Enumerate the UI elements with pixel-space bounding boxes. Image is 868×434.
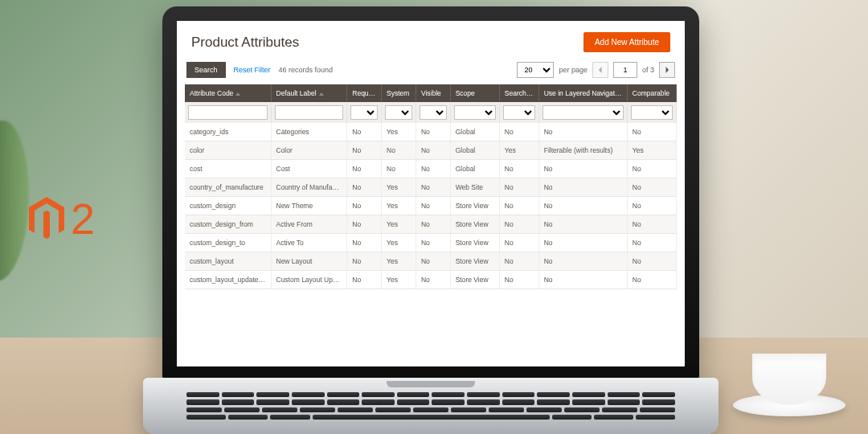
table-row[interactable]: costCostNoNoNoGlobalNoNoNo [185,160,677,178]
cell-layered: No [538,160,627,178]
cell-scope: Store View [450,271,499,289]
cell-comparable: No [627,160,676,178]
page-number-input[interactable] [613,62,637,78]
cell-required: No [347,197,382,215]
cell-scope: Store View [450,197,499,215]
cell-searchable: No [499,215,538,234]
cell-layered: No [538,252,627,271]
cell-comparable: No [627,197,676,215]
table-row[interactable]: category_idsCategoriesNoYesNoGlobalNoNoN… [185,123,677,141]
attributes-grid: Attribute Code Default Label Required Sy… [185,84,677,289]
cell-system: Yes [382,215,416,234]
per-page-select[interactable]: 20 [517,62,554,78]
sort-icon [235,92,240,96]
cell-visible: No [416,160,450,178]
coffee-cup [733,348,845,416]
col-header-searchable[interactable]: Searchable [499,84,538,102]
magento-icon [27,197,66,240]
next-page-button[interactable] [659,62,675,78]
filter-attribute-code-input[interactable] [188,105,268,120]
cell-required: No [347,160,382,178]
cell-visible: No [416,252,450,271]
cell-system: No [382,160,416,178]
filter-default-label-input[interactable] [275,105,344,120]
cell-label: Country of Manufacture [271,178,347,197]
cell-code: custom_design [185,197,271,215]
cell-system: Yes [382,252,416,271]
cell-visible: No [416,197,450,215]
col-header-default-label[interactable]: Default Label [271,84,347,102]
per-page-label: per page [559,66,588,74]
cell-required: No [347,178,382,197]
cell-label: Cost [271,160,347,178]
cell-label: New Layout [271,252,347,271]
cell-comparable: No [627,178,676,197]
cell-layered: Filterable (with results) [538,141,627,160]
cell-searchable: No [499,178,538,197]
cell-required: No [347,271,382,289]
col-header-scope[interactable]: Scope [450,84,499,102]
table-row[interactable]: custom_design_fromActive FromNoYesNoStor… [185,215,677,234]
cell-code: country_of_manufacture [185,178,271,197]
cell-required: No [347,215,382,234]
cell-label: New Theme [271,197,347,215]
plant-decoration [0,121,29,281]
magento2-logo: 2 [27,197,95,240]
cell-scope: Store View [450,234,499,252]
table-row[interactable]: country_of_manufactureCountry of Manufac… [185,178,677,197]
table-row[interactable]: colorColorNoNoNoGlobalYesFilterable (wit… [185,141,677,160]
table-row[interactable]: custom_layoutNew LayoutNoYesNoStore View… [185,252,677,271]
cell-code: color [185,141,271,160]
grid-filter-row [185,102,677,123]
cell-visible: No [416,178,450,197]
cell-layered: No [538,178,627,197]
records-found-label: 46 records found [279,66,334,74]
cell-comparable: No [627,252,676,271]
col-header-layered-nav[interactable]: Use in Layered Navigation [538,84,627,102]
cell-code: custom_layout_update_file [185,271,271,289]
cell-visible: No [416,141,450,160]
cell-label: Categories [271,123,347,141]
cell-system: Yes [382,234,416,252]
table-row[interactable]: custom_layout_update_fileCustom Layout U… [185,271,677,289]
filter-comparable-select[interactable] [631,105,673,120]
cell-layered: No [538,271,627,289]
filter-visible-select[interactable] [420,105,447,120]
col-header-system[interactable]: System [382,84,416,102]
table-row[interactable]: custom_designNew ThemeNoYesNoStore ViewN… [185,197,677,215]
cell-comparable: No [627,123,676,141]
cell-system: Yes [382,178,416,197]
table-row[interactable]: custom_design_toActive ToNoYesNoStore Vi… [185,234,677,252]
chevron-left-icon [597,67,604,73]
cell-code: cost [185,160,271,178]
cell-layered: No [538,234,627,252]
col-header-visible[interactable]: Visible [416,84,450,102]
cell-layered: No [538,197,627,215]
cell-required: No [347,252,382,271]
add-new-attribute-button[interactable]: Add New Attribute [583,32,670,52]
cell-scope: Global [450,160,499,178]
cell-layered: No [538,215,627,234]
filter-system-select[interactable] [385,105,412,120]
cell-required: No [347,141,382,160]
reset-filter-link[interactable]: Reset Filter [234,66,271,74]
page-of-label: of 3 [642,66,654,74]
cell-searchable: No [499,271,538,289]
cell-label: Active From [271,215,347,234]
laptop-keyboard [143,378,719,434]
filter-searchable-select[interactable] [503,105,535,120]
cell-searchable: No [499,197,538,215]
col-header-attribute-code[interactable]: Attribute Code [185,84,271,102]
col-header-required[interactable]: Required [347,84,382,102]
filter-layered-nav-select[interactable] [542,105,624,120]
cell-code: category_ids [185,123,271,141]
col-header-comparable[interactable]: Comparable [627,84,676,102]
cell-layered: No [538,123,627,141]
cell-code: custom_design_from [185,215,271,234]
search-button[interactable]: Search [186,62,226,78]
filter-required-select[interactable] [350,105,378,120]
prev-page-button[interactable] [592,62,608,78]
cell-label: Color [271,141,347,160]
filter-scope-select[interactable] [454,105,496,120]
grid-header-row: Attribute Code Default Label Required Sy… [185,84,677,102]
